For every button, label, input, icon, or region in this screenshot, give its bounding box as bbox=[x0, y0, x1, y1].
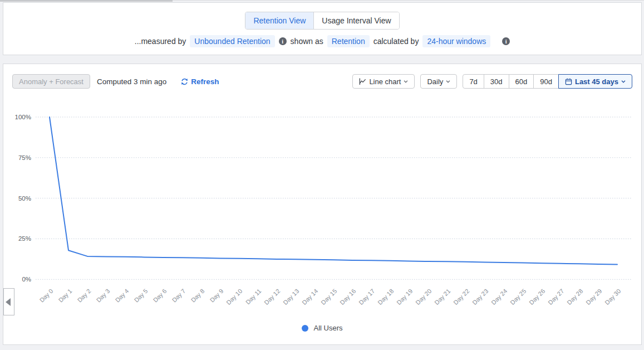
chart-type-dropdown[interactable]: Line chart bbox=[352, 74, 415, 89]
legend-dot-icon bbox=[302, 325, 308, 332]
collapse-left-arrow-icon bbox=[6, 298, 11, 306]
top-remnant-bar bbox=[0, 0, 173, 2]
window-chip[interactable]: 24-hour windows bbox=[422, 35, 490, 47]
toolbar-right-group: Line chart Daily 7d30d60d90d bbox=[352, 74, 632, 89]
view-toggle: Retention View Usage Interval View bbox=[245, 12, 399, 30]
x-axis-tick-label: Day 21 bbox=[433, 288, 451, 306]
refresh-icon bbox=[181, 78, 188, 85]
range-button-90d[interactable]: 90d bbox=[533, 74, 559, 89]
x-axis-tick-label: Day 19 bbox=[395, 288, 414, 306]
x-axis-tick-label: Day 23 bbox=[471, 288, 489, 306]
chevron-down-icon bbox=[446, 80, 450, 83]
range-button-7d[interactable]: 7d bbox=[463, 74, 484, 89]
legend-series-label: All Users bbox=[313, 324, 342, 332]
tab-usage-interval-view[interactable]: Usage Interval View bbox=[313, 12, 399, 29]
y-axis-tick-label: 0% bbox=[22, 276, 31, 283]
shown-as-label: shown as bbox=[291, 37, 323, 46]
measured-by-prefix: ...measured by bbox=[135, 37, 186, 46]
anomaly-forecast-button[interactable]: Anomaly + Forecast bbox=[12, 74, 90, 89]
x-axis-tick-label: Day 17 bbox=[357, 288, 376, 306]
retention-settings-card: Retention View Usage Interval View ...me… bbox=[3, 2, 642, 55]
x-axis-tick-label: Day 14 bbox=[301, 288, 319, 306]
x-axis-tick-label: Day 20 bbox=[414, 288, 432, 306]
x-axis-tick-label: Day 4 bbox=[114, 288, 130, 304]
x-axis-tick-label: Day 9 bbox=[209, 288, 225, 304]
calculated-by-label: calculated by bbox=[373, 37, 419, 46]
range-button-30d[interactable]: 30d bbox=[484, 74, 509, 89]
x-axis-tick-label: Day 22 bbox=[452, 288, 470, 306]
x-axis-tick-label: Day 29 bbox=[584, 288, 603, 306]
line-chart-icon bbox=[359, 78, 366, 85]
date-range-group: 7d30d60d90d Last 45 days bbox=[463, 74, 632, 89]
y-axis-tick-label: 50% bbox=[18, 195, 31, 202]
date-range-picker[interactable]: Last 45 days bbox=[558, 74, 632, 89]
x-axis-tick-label: Day 3 bbox=[95, 288, 111, 304]
x-axis-tick-label: Day 24 bbox=[490, 288, 508, 306]
x-axis-tick-label: Day 10 bbox=[225, 288, 243, 306]
top-scroll-remnant bbox=[0, 0, 644, 2]
chevron-down-icon bbox=[621, 80, 626, 83]
x-axis-tick-label: Day 30 bbox=[603, 288, 622, 306]
x-axis-tick-label: Day 6 bbox=[152, 288, 168, 304]
info-icon[interactable]: i bbox=[502, 37, 510, 45]
x-axis-tick-label: Day 0 bbox=[38, 288, 55, 304]
refresh-button[interactable]: Refresh bbox=[181, 77, 219, 86]
x-axis-tick-label: Day 16 bbox=[338, 288, 357, 306]
x-axis-tick-label: Day 27 bbox=[547, 288, 565, 306]
legend-item-all-users[interactable]: All Users bbox=[302, 324, 342, 332]
retention-chart-card: Anomaly + Forecast Computed 3 min ago Re… bbox=[3, 64, 642, 345]
metric-chip[interactable]: Unbounded Retention bbox=[190, 35, 274, 47]
x-axis-tick-label: Day 15 bbox=[319, 288, 338, 306]
x-axis-tick-label: Day 28 bbox=[566, 288, 584, 306]
collapse-panel-handle[interactable] bbox=[3, 288, 14, 315]
x-axis-tick-label: Day 1 bbox=[57, 288, 73, 304]
chevron-down-icon bbox=[404, 80, 408, 83]
retention-line-chart: 100%75%50%25%0%Day 0Day 1Day 2Day 3Day 4… bbox=[3, 106, 642, 315]
refresh-label: Refresh bbox=[191, 77, 219, 86]
x-axis-tick-label: Day 25 bbox=[509, 288, 527, 306]
shown-as-chip[interactable]: Retention bbox=[327, 35, 370, 47]
y-axis-tick-label: 100% bbox=[15, 114, 31, 120]
x-axis-tick-label: Day 8 bbox=[190, 288, 206, 304]
calendar-icon bbox=[565, 78, 572, 85]
range-button-60d[interactable]: 60d bbox=[509, 74, 534, 89]
granularity-dropdown[interactable]: Daily bbox=[420, 74, 457, 89]
tab-retention-view[interactable]: Retention View bbox=[245, 12, 313, 29]
date-range-label: Last 45 days bbox=[575, 77, 618, 86]
x-axis-tick-label: Day 11 bbox=[244, 288, 263, 306]
chart-toolbar: Anomaly + Forecast Computed 3 min ago Re… bbox=[3, 64, 641, 89]
chart-legend: All Users bbox=[3, 324, 641, 332]
retention-series-line[interactable] bbox=[50, 117, 617, 265]
x-axis-tick-label: Day 26 bbox=[528, 288, 546, 306]
info-icon[interactable]: i bbox=[279, 37, 287, 45]
x-axis-tick-label: Day 13 bbox=[282, 288, 300, 306]
x-axis-tick-label: Day 5 bbox=[133, 288, 149, 304]
granularity-label: Daily bbox=[427, 77, 443, 86]
x-axis-tick-label: Day 18 bbox=[376, 288, 395, 306]
x-axis-tick-label: Day 7 bbox=[171, 288, 187, 304]
measured-by-row: ...measured by Unbounded Retention i sho… bbox=[3, 35, 641, 47]
top-hairline bbox=[173, 0, 644, 1]
y-axis-tick-label: 25% bbox=[18, 235, 31, 242]
view-toggle-row: Retention View Usage Interval View bbox=[3, 12, 641, 30]
x-axis-tick-label: Day 2 bbox=[76, 288, 92, 304]
chart-type-label: Line chart bbox=[369, 77, 401, 86]
y-axis-tick-label: 75% bbox=[18, 154, 31, 161]
x-axis-tick-label: Day 12 bbox=[263, 288, 281, 306]
computed-status-text: Computed 3 min ago bbox=[97, 77, 166, 86]
